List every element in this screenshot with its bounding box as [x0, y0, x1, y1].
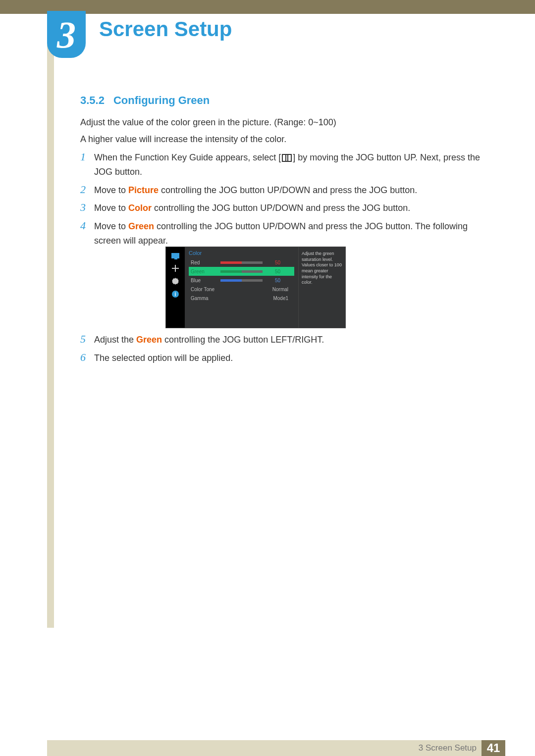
- osd-value: 50: [267, 269, 280, 274]
- osd-screenshot: i Color Red 50 Green 50 Blue 50 Color To…: [165, 247, 346, 328]
- intro-line-2: A higher value will increase the intensi…: [80, 133, 485, 146]
- osd-label: Gamma: [191, 296, 220, 301]
- highlight-color: Color: [128, 203, 152, 213]
- osd-row-blue: Blue 50: [189, 276, 294, 285]
- chapter-tab: 3: [47, 11, 86, 58]
- step-number: 1: [80, 151, 94, 179]
- step-text: When the Function Key Guide appears, sel…: [94, 151, 485, 179]
- step-number: 6: [80, 351, 94, 365]
- step-text: Move to Green controlling the JOG button…: [94, 219, 485, 248]
- chapter-title: Screen Setup: [99, 17, 232, 41]
- footer-text: 3 Screen Setup: [419, 743, 477, 753]
- menu-icon: [282, 154, 292, 162]
- steps-list-1: 1 When the Function Key Guide appears, s…: [80, 151, 485, 252]
- info-icon: i: [171, 291, 180, 298]
- step-2: 2 Move to Picture controlling the JOG bu…: [80, 183, 485, 198]
- osd-label: Color Tone: [191, 287, 220, 292]
- osd-label: Green: [191, 269, 220, 274]
- step-1: 1 When the Function Key Guide appears, s…: [80, 151, 485, 179]
- step-5: 5 Adjust the Green controlling the JOG b…: [80, 333, 485, 347]
- osd-row-gamma: Gamma Mode1: [189, 294, 294, 302]
- osd-slider-green: [220, 270, 263, 273]
- step-text: The selected option will be applied.: [94, 351, 233, 365]
- osd-label: Blue: [191, 278, 220, 283]
- osd-row-colortone: Color Tone Normal: [189, 285, 294, 294]
- step-number: 2: [80, 183, 94, 198]
- osd-label: Red: [191, 260, 220, 265]
- osd-row-green-selected: Green 50: [189, 267, 294, 276]
- highlight-green: Green: [128, 221, 154, 231]
- osd-slider-blue: [220, 279, 263, 282]
- step-text: Adjust the Green controlling the JOG but…: [94, 333, 324, 347]
- page-number: 41: [482, 740, 505, 756]
- monitor-icon: [171, 252, 180, 259]
- step-text: Move to Color controlling the JOG button…: [94, 201, 410, 215]
- footer-bar: 3 Screen Setup: [47, 740, 482, 756]
- osd-value: 50: [267, 260, 280, 265]
- osd-value: 50: [267, 278, 280, 283]
- osd-title: Color: [189, 250, 294, 256]
- section-heading: 3.5.2Configuring Green: [80, 94, 210, 107]
- step-number: 5: [80, 333, 94, 347]
- osd-main: Color Red 50 Green 50 Blue 50 Color Tone…: [185, 247, 298, 328]
- step-3: 3 Move to Color controlling the JOG butt…: [80, 201, 485, 215]
- osd-help-text: Adjust the green saturation level. Value…: [298, 247, 345, 328]
- osd-value: Normal: [220, 287, 292, 292]
- move-icon: [171, 265, 180, 272]
- section-number: 3.5.2: [80, 94, 105, 106]
- chapter-number: 3: [57, 16, 76, 53]
- highlight-green: Green: [136, 335, 162, 345]
- step-number: 3: [80, 201, 94, 215]
- gear-icon: [171, 278, 180, 285]
- step-4: 4 Move to Green controlling the JOG butt…: [80, 219, 485, 248]
- step-6: 6 The selected option will be applied.: [80, 351, 485, 365]
- osd-row-red: Red 50: [189, 258, 294, 267]
- osd-panel: i Color Red 50 Green 50 Blue 50 Color To…: [165, 247, 346, 328]
- step-number: 4: [80, 219, 94, 248]
- section-title: Configuring Green: [113, 94, 210, 106]
- intro-line-1: Adjust the value of the color green in t…: [80, 116, 485, 129]
- highlight-picture: Picture: [128, 185, 159, 195]
- steps-list-2: 5 Adjust the Green controlling the JOG b…: [80, 333, 485, 369]
- osd-icon-column: i: [166, 247, 185, 328]
- osd-value: Mode1: [220, 296, 292, 301]
- step-text: Move to Picture controlling the JOG butt…: [94, 183, 417, 198]
- left-margin-bar: [47, 14, 54, 628]
- osd-slider-red: [220, 261, 263, 264]
